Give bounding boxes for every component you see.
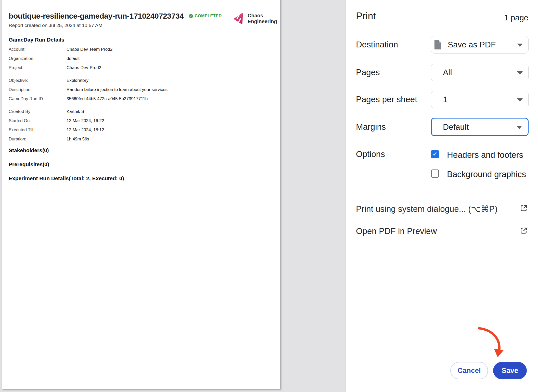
pages-label: Pages — [356, 67, 380, 77]
pages-per-sheet-value: 1 — [431, 95, 447, 104]
background-graphics-checkbox[interactable] — [431, 169, 439, 178]
logo-wordmark: Chaos Engineering — [248, 13, 277, 24]
chevron-down-icon — [517, 44, 523, 47]
cancel-button-label: Cancel — [457, 367, 481, 375]
detail-row: Organization: default — [9, 56, 274, 61]
pages-value: All — [431, 68, 452, 77]
destination-dropdown[interactable]: Save as PDF — [431, 36, 529, 54]
detail-row: Description: Random failure injection to… — [9, 87, 274, 92]
chaos-engineering-logo: Chaos Engineering — [234, 13, 277, 24]
system-dialog-link[interactable]: Print using system dialogue... (⌥⌘P) — [356, 204, 497, 214]
destination-value: Save as PDF — [448, 40, 496, 49]
status-badge-label: COMPLETED — [195, 14, 222, 18]
save-button[interactable]: Save — [493, 362, 527, 379]
options-label: Options — [356, 149, 385, 159]
logo-line1: Chaos — [248, 13, 277, 19]
section-heading-gameday-details: GameDay Run Details — [9, 36, 274, 43]
detail-value: Random failure injection to learn about … — [67, 87, 168, 92]
detail-row: Created By: Karthik S — [9, 109, 274, 114]
headers-footers-label: Headers and footers — [447, 150, 523, 160]
detail-value: 35660fed-44b5-472c-a045-5b273917711b — [67, 96, 148, 101]
detail-label: Project: — [9, 65, 67, 70]
detail-label: Organization: — [9, 56, 67, 61]
panel-title: Print — [356, 11, 376, 22]
detail-value: Exploratory — [67, 78, 88, 83]
check-circle-icon: ✓ — [189, 14, 193, 18]
margins-value: Default — [432, 122, 469, 132]
detail-label: Objective: — [9, 78, 67, 83]
detail-value: Chaos-Dev-Prod2 — [67, 65, 101, 70]
cancel-button[interactable]: Cancel — [450, 362, 488, 379]
headers-footers-checkbox[interactable]: ✓ — [431, 150, 439, 158]
detail-row: Objective: Exploratory — [9, 78, 274, 83]
detail-value: 12 Mar 2024, 18:12 — [67, 127, 104, 133]
pages-per-sheet-dropdown[interactable]: 1 — [431, 91, 529, 108]
detail-value: Chaos Dev Team Prod2 — [67, 47, 112, 52]
detail-label: Created By: — [9, 109, 67, 114]
chevron-down-icon — [517, 98, 523, 102]
report-title: boutique-resilience-gameday-run-17102407… — [9, 11, 184, 21]
save-button-label: Save — [502, 367, 518, 375]
detail-row: Account: Chaos Dev Team Prod2 — [9, 47, 274, 52]
detail-label: Executed Till: — [9, 127, 67, 133]
chevron-down-icon — [517, 126, 522, 129]
open-pdf-preview-link[interactable]: Open PDF in Preview — [356, 226, 437, 236]
section-heading-stakeholders: Stakeholders(0) — [9, 147, 274, 153]
destination-label: Destination — [356, 40, 398, 50]
print-settings-panel: Print 1 page Destination Save as PDF Pag… — [345, 0, 538, 392]
pdf-file-icon — [434, 40, 442, 50]
detail-row: Started On: 12 Mar 2024, 16:22 — [9, 118, 274, 123]
external-link-icon[interactable] — [520, 204, 528, 212]
detail-row: Project: Chaos-Dev-Prod2 — [9, 65, 274, 70]
detail-label: Description: — [9, 87, 67, 92]
detail-value: 1h 49m 56s — [67, 137, 89, 142]
print-preview-page: boutique-resilience-gameday-run-17102407… — [2, 0, 280, 389]
pages-dropdown[interactable]: All — [431, 64, 529, 81]
detail-value: default — [67, 56, 80, 61]
pages-per-sheet-label: Pages per sheet — [356, 94, 417, 104]
detail-row: GameDay Run ID: 35660fed-44b5-472c-a045-… — [9, 96, 274, 101]
section-divider — [9, 74, 273, 74]
detail-label: Duration: — [9, 137, 67, 142]
external-link-icon[interactable] — [520, 227, 528, 235]
detail-label: GameDay Run ID: — [9, 96, 67, 101]
detail-row: Executed Till: 12 Mar 2024, 18:12 — [9, 127, 274, 133]
margins-dropdown[interactable]: Default — [431, 118, 529, 136]
detail-label: Account: — [9, 47, 67, 52]
logo-line2: Engineering — [248, 19, 277, 24]
section-heading-prerequisites: Prerequisites(0) — [9, 161, 274, 167]
section-heading-experiment-run-details: Experiment Run Details(Total: 2, Execute… — [9, 175, 274, 181]
red-arrow-annotation — [477, 324, 505, 359]
detail-value: Karthik S — [67, 109, 84, 114]
section-divider — [9, 105, 273, 105]
detail-row: Duration: 1h 49m 56s — [9, 137, 274, 142]
background-graphics-label: Background graphics — [447, 169, 526, 179]
detail-value: 12 Mar 2024, 16:22 — [67, 118, 104, 123]
margins-label: Margins — [356, 122, 386, 132]
chaos-pinwheel-icon — [234, 13, 244, 24]
detail-label: Started On: — [9, 118, 67, 123]
chevron-down-icon — [517, 71, 523, 75]
page-count: 1 page — [504, 13, 528, 22]
status-badge: ✓ COMPLETED — [189, 14, 222, 18]
